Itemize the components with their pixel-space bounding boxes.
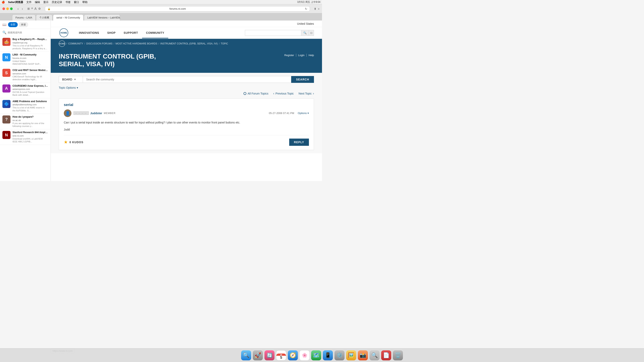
forward-button[interactable]: › <box>20 7 24 11</box>
sidebar-item-url: astarexpress.com <box>12 88 48 90</box>
post-card: serial 👤 — — — — Juddster MEMBER 05-27-2… <box>59 98 314 150</box>
board-label: BOARD <box>62 78 72 81</box>
tab-serial-ni[interactable]: serial – NI Community <box>53 14 84 20</box>
lock-icon: 🔒 <box>48 7 50 10</box>
list-item[interactable]: N Stanford Research 844 Amplifier - IEEE… <box>0 129 50 145</box>
font-small-icon[interactable]: A <box>32 7 33 11</box>
list-item[interactable]: N LINX - NI Community forums.ni.com Unit… <box>0 52 50 67</box>
url-display[interactable]: forums.ni.com <box>52 7 303 10</box>
post-body-text: Can I put a serial input inside an event… <box>64 120 309 125</box>
post-author-info: — — — — Juddster MEMBER <box>74 111 116 115</box>
tab-labview-wiki[interactable]: LabVIEW Versions – LabVIEW Wiki <box>84 14 120 20</box>
post-author-link[interactable]: Juddster <box>90 112 102 115</box>
member-label: MEMBER <box>104 112 116 115</box>
kudos-star-icon[interactable]: ★ <box>64 140 68 145</box>
login-link[interactable]: Login <box>298 54 304 57</box>
all-forum-topics-link[interactable]: All Forum Topics <box>244 92 268 95</box>
sidebar-tab-all[interactable]: 全部 <box>8 22 18 27</box>
address-bar[interactable]: 🔒 forums.ni.com ↻ <box>45 6 310 11</box>
register-link[interactable]: Register <box>284 54 294 57</box>
breadcrumb-community[interactable]: COMMUNITY <box>68 42 83 45</box>
sidebar-tab-unread[interactable]: 未读 <box>18 22 28 27</box>
avatar: N <box>2 131 10 139</box>
reply-button[interactable]: REPLY <box>289 139 309 146</box>
sidebar: 📖 全部 未读 🔍 🥧 Buy a Raspberry Pi – Raspber… <box>0 20 51 181</box>
minimize-button[interactable] <box>6 7 9 10</box>
forum-search-bar: BOARD ▼ SEARCH <box>59 76 314 83</box>
sidebar-item-desc: This is a list of all Raspberry Pi produ… <box>12 44 48 50</box>
help-link[interactable]: Help <box>308 54 314 57</box>
home-label: HOME <box>59 42 66 45</box>
sidebar-search-input[interactable] <box>8 31 48 34</box>
topic-options-button[interactable]: Topic Options ▾ <box>59 86 78 89</box>
reload-button[interactable]: ↻ <box>305 7 307 10</box>
breadcrumb-hardware-boards[interactable]: MOST ACTIVE HARDWARE BOARDS <box>116 42 157 45</box>
sidebar-search[interactable]: 🔍 <box>0 29 50 36</box>
avatar: 🔷 <box>2 100 10 108</box>
main-layout: 📖 全部 未读 🔍 🥧 Buy a Raspberry Pi – Raspber… <box>0 20 322 181</box>
history-menu[interactable]: 历史记录 <box>52 0 62 4</box>
breadcrumb-instrument-control[interactable]: INSTRUMENT CONTROL (GPIB, SERIAL, VISA, … <box>160 42 218 45</box>
ni-logo-circle: HOME <box>59 28 68 37</box>
next-arrow-icon: › <box>313 92 314 95</box>
back-button[interactable]: ‹ <box>16 7 20 11</box>
close-button[interactable] <box>2 7 5 10</box>
list-item[interactable]: 🥧 Buy a Raspberry Pi – Raspberry Pi rasp… <box>0 36 50 52</box>
window-menu[interactable]: 窗口 <box>74 0 79 4</box>
ni-logo[interactable]: HOME <box>59 28 69 38</box>
list-item[interactable]: S CO2 and RH/T Sensor Module | Sensirion… <box>0 67 50 83</box>
post-date: 05-27-2008 07:41 PM <box>269 112 294 115</box>
all-topics-circle-icon <box>244 92 246 95</box>
nav-search-input[interactable] <box>245 30 301 36</box>
safari-menu[interactable]: Safari浏览器 <box>8 0 23 4</box>
add-tab-icon[interactable]: + <box>318 7 320 10</box>
sidebar-item-desc: United States <box>12 60 48 62</box>
search-input[interactable] <box>83 76 291 83</box>
kudos-count: 0 KUDOS <box>70 141 83 144</box>
topic-options-label: Topic Options <box>59 86 76 89</box>
list-item[interactable]: ? How do I prepare? ox.ac.uk If you are … <box>0 114 50 129</box>
fullscreen-button[interactable] <box>10 7 13 10</box>
nav-shop[interactable]: SHOP <box>103 27 120 38</box>
sidebar-item-desc: CMOSens® Technology for IR detection ena… <box>12 75 48 81</box>
nav-search-button[interactable]: 🔍 <box>301 30 309 36</box>
list-item[interactable]: 🔷 AIME Problems and Solutions artofprobl… <box>0 98 50 114</box>
apple-menu[interactable]: 🍎 <box>2 0 5 3</box>
tab-bookmarks[interactable]: 个人收藏 <box>36 14 52 20</box>
nav-extra-button[interactable]: □ <box>309 30 314 36</box>
tab-overview-icon[interactable]: ⊞ <box>27 7 30 11</box>
next-topic-link[interactable]: Next Topic › <box>299 92 314 95</box>
avatar: N <box>2 53 10 61</box>
view-menu[interactable]: 显示 <box>43 0 48 4</box>
sidebar-item-url: sine.ni.com <box>12 135 48 137</box>
breadcrumb-home[interactable]: HOME <box>59 40 65 47</box>
search-button[interactable]: SEARCH <box>291 76 314 83</box>
previous-topic-link[interactable]: ‹ Previous Topic <box>273 92 294 95</box>
file-menu[interactable]: 文件 <box>26 0 32 4</box>
reading-list-icon[interactable]: 📖 <box>2 23 6 26</box>
settings-icon[interactable]: ⚙ <box>38 7 41 11</box>
sidebar-item-url: ox.ac.uk <box>12 119 48 121</box>
share-icon[interactable]: ⬆ <box>314 7 316 10</box>
sidebar-item-desc: IGCSE A-Level Topical Question Bank with… <box>12 91 48 96</box>
edit-menu[interactable]: 编辑 <box>35 0 40 4</box>
breadcrumb: HOME / COMMUNITY / DISCUSSION FORUMS / M… <box>51 39 322 48</box>
sidebar-item-url: raspberrypi.org <box>12 41 48 44</box>
nav-community[interactable]: COMMUNITY <box>142 27 168 38</box>
font-large-icon[interactable]: A <box>34 7 37 11</box>
tab-forums-lava[interactable]: Forums – LAVA <box>12 14 36 20</box>
post-options-link[interactable]: Options ▾ <box>298 112 309 115</box>
board-dropdown[interactable]: BOARD ▼ <box>59 76 83 83</box>
breadcrumb-topic[interactable]: TOPIC <box>221 42 228 45</box>
list-item[interactable]: A COURSEMO Astar Express, IGCSE A-Level.… <box>0 83 50 98</box>
options-arrow-icon: ▾ <box>308 112 309 115</box>
sidebar-list: 🥧 Buy a Raspberry Pi – Raspberry Pi rasp… <box>0 36 50 181</box>
avatar: 👤 <box>64 109 72 117</box>
nav-support[interactable]: SUPPORT <box>120 27 142 38</box>
sidebar-item-title: AIME Problems and Solutions <box>12 100 48 103</box>
nav-innovations[interactable]: INNOVATIONS <box>75 27 103 38</box>
bookmarks-menu[interactable]: 书签 <box>66 0 71 4</box>
forum-navigation: All Forum Topics ‹ Previous Topic Next T… <box>59 92 314 95</box>
help-menu[interactable]: 帮助 <box>82 0 88 4</box>
breadcrumb-discussion-forums[interactable]: DISCUSSION FORUMS <box>86 42 112 45</box>
